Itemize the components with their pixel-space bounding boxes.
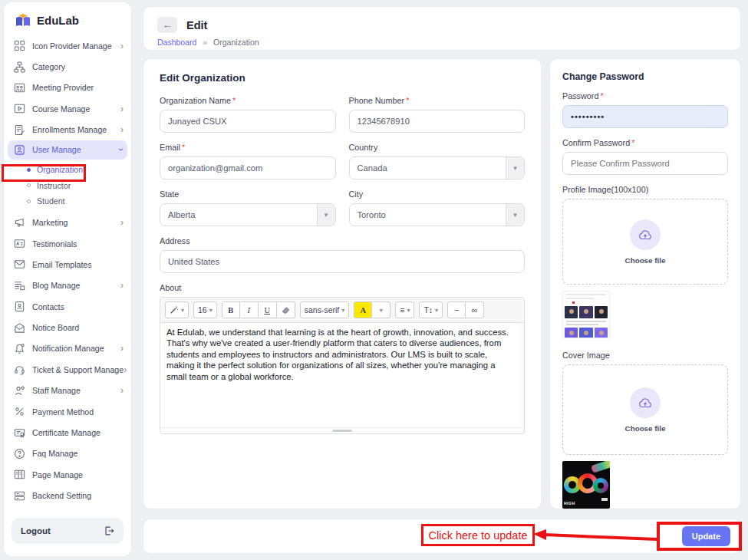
contact-card-icon: [14, 301, 25, 312]
sidebar-item-marketing[interactable]: Marketing ›: [4, 212, 131, 232]
sidebar-item-notification-manage[interactable]: Notification Manage ›: [4, 338, 131, 359]
sidebar-item-staff-manage[interactable]: Staff Manage ›: [4, 380, 131, 401]
line-height-button[interactable]: T↕▾: [419, 301, 443, 318]
select-caret-icon: ▾: [506, 204, 524, 226]
back-button[interactable]: ←: [157, 17, 177, 33]
chevron-right-icon: ›: [120, 41, 124, 51]
update-button[interactable]: Update: [682, 526, 730, 546]
choose-file-label: Choose file: [625, 424, 666, 433]
state-select[interactable]: Alberta ▾: [160, 203, 336, 226]
editor-toolbar: ▾ 16▾ B I U sans-serif▾ A ▾ ≡▾ T↕▾: [160, 298, 524, 323]
testimonials-icon: [14, 238, 25, 249]
bullet-icon: [27, 199, 31, 203]
align-icon: ≡: [400, 305, 404, 315]
sidebar-item-course-manage[interactable]: Course Manage ›: [4, 98, 131, 119]
sidebar: EduLab Icon Provider Manage › Category M…: [3, 2, 132, 557]
category-icon: [14, 61, 25, 73]
bold-button[interactable]: B: [222, 301, 240, 318]
about-editor-content[interactable]: At Edulab, we understand that learning i…: [160, 323, 524, 427]
choose-file-label: Choose file: [625, 256, 666, 265]
insert-link-button[interactable]: ∞: [466, 301, 484, 318]
chevron-right-icon: ›: [124, 365, 127, 374]
sidebar-item-enrollments-manage[interactable]: Enrollments Manage ›: [4, 120, 131, 140]
editor-resize-bar[interactable]: [160, 427, 524, 433]
sidebar-item-faq-manage[interactable]: Faq Manage: [4, 443, 131, 464]
sidebar-item-icon-provider-manage[interactable]: Icon Provider Manage ›: [4, 35, 131, 56]
blog-icon: [14, 280, 25, 292]
sidebar-item-page-manage[interactable]: Page Manage: [4, 464, 131, 485]
underline-button[interactable]: U: [259, 301, 277, 318]
text-color-button[interactable]: A: [354, 301, 372, 318]
breadcrumb-separator: »: [203, 38, 207, 47]
notice-icon: [14, 322, 25, 334]
select-caret-icon: ▾: [506, 157, 524, 179]
sidebar-item-instructor[interactable]: Instructor: [4, 177, 131, 193]
cloud-upload-icon: [638, 395, 653, 410]
chevron-right-icon: ›: [120, 104, 124, 114]
staff-icon: [14, 385, 25, 397]
email-field[interactable]: [160, 156, 336, 180]
change-password-panel: Change Password Password* Confirm Passwo…: [549, 58, 741, 509]
user-manage-submenu: Organization Instructor Student: [4, 160, 131, 212]
sidebar-item-email-templates[interactable]: Email Templates: [4, 254, 131, 275]
question-circle-icon: [14, 448, 25, 460]
horizontal-rule-button[interactable]: −: [447, 301, 466, 318]
megaphone-icon: [14, 217, 25, 229]
font-family-button[interactable]: sans-serif▾: [300, 301, 350, 318]
sidebar-item-contacts[interactable]: Contacts: [4, 296, 131, 317]
italic-button[interactable]: I: [240, 301, 259, 318]
minus-icon: −: [454, 305, 459, 315]
sidebar-item-notice-board[interactable]: Notice Board: [4, 317, 131, 338]
magic-wand-button[interactable]: ▾: [165, 301, 189, 318]
edulab-logo-icon: [15, 13, 31, 28]
sidebar-item-category[interactable]: Category: [4, 56, 131, 77]
course-icon: [14, 103, 25, 114]
sidebar-item-meeting-provider[interactable]: Meeting Provider: [4, 77, 131, 98]
organization-name-field[interactable]: [160, 110, 336, 133]
percent-icon: [14, 406, 25, 417]
sidebar-item-student[interactable]: Student: [4, 193, 131, 209]
headset-icon: [14, 364, 25, 375]
paragraph-align-button[interactable]: ≡▾: [395, 301, 414, 318]
logout-button[interactable]: Logout: [12, 518, 124, 544]
app-logo: EduLab: [4, 12, 131, 35]
city-select[interactable]: Toronto ▾: [349, 203, 526, 226]
password-field[interactable]: [562, 105, 728, 128]
clear-format-button[interactable]: [277, 301, 295, 318]
phone-number-field[interactable]: [349, 110, 526, 133]
sidebar-item-user-manage[interactable]: User Manage ›: [8, 140, 127, 160]
color-caret-button[interactable]: ▾: [372, 301, 390, 318]
sidebar-item-organization[interactable]: Organization: [4, 162, 131, 178]
meeting-icon: [14, 82, 25, 94]
bullet-icon: [27, 183, 31, 187]
breadcrumb-dashboard-link[interactable]: Dashboard: [157, 38, 196, 47]
sidebar-item-payment-method[interactable]: Payment Method: [4, 401, 131, 422]
sidebar-item-backend-setting[interactable]: Backend Setting: [4, 486, 131, 506]
eraser-icon: [282, 306, 290, 315]
about-rich-text-editor: ▾ 16▾ B I U sans-serif▾ A ▾ ≡▾ T↕▾: [160, 297, 525, 434]
sidebar-item-testimonials[interactable]: Testimonials: [4, 233, 131, 254]
edit-organization-form: Edit Organization Organization Name* Pho…: [143, 58, 542, 509]
page-header: ← Edit Dashboard » Organization: [143, 6, 741, 51]
state-label: State: [160, 189, 336, 199]
grid-icon: [14, 40, 25, 51]
resize-grip-icon: [332, 430, 352, 432]
sidebar-item-blog-manage[interactable]: Blog Manage ›: [4, 275, 131, 296]
link-icon: ∞: [472, 305, 478, 315]
address-field[interactable]: [160, 250, 525, 273]
bullet-icon: [27, 168, 31, 172]
cover-image-upload[interactable]: Choose file: [562, 364, 728, 455]
chevron-right-icon: ›: [120, 281, 124, 290]
email-label: Email*: [160, 143, 336, 152]
chevron-right-icon: ›: [120, 386, 124, 395]
chevron-right-icon: ›: [120, 344, 124, 353]
breadcrumb: Dashboard » Organization: [157, 38, 727, 47]
confirm-password-field[interactable]: [562, 152, 728, 175]
profile-image-upload[interactable]: Choose file: [562, 199, 728, 285]
font-size-button[interactable]: 16▾: [193, 301, 217, 318]
sidebar-item-ticket-support-manage[interactable]: Ticket & Support Manage ›: [4, 359, 131, 380]
country-select[interactable]: Canada ▾: [349, 156, 526, 180]
sidebar-item-certificate-manage[interactable]: Certificate Manage: [4, 422, 131, 443]
cover-image-label: Cover Image: [562, 351, 728, 360]
city-label: City: [349, 189, 526, 199]
